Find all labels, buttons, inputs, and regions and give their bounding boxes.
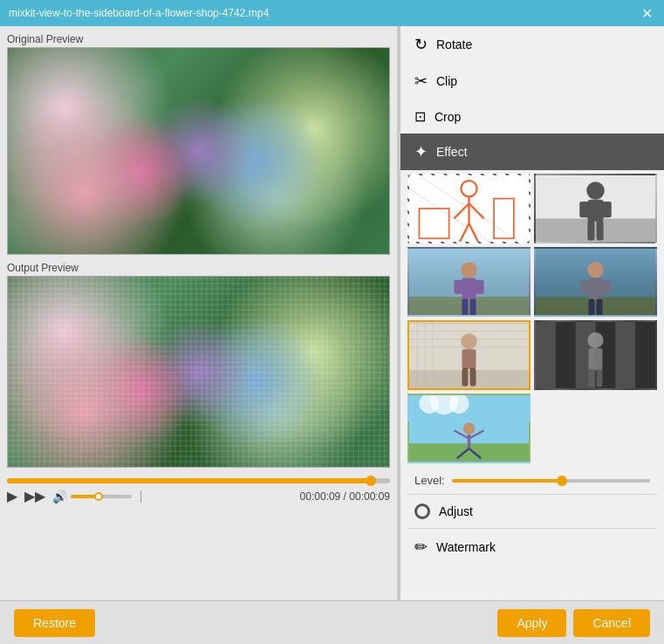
svg-rect-51 <box>536 322 556 388</box>
right-panel: ↻ Rotate ✂ Clip ⊡ Crop ✦ Effect <box>400 26 664 600</box>
original-preview-label: Original Preview <box>7 33 390 45</box>
watermark-icon: ✏ <box>414 538 428 557</box>
adjust-label: Adjust <box>439 504 473 518</box>
level-slider[interactable] <box>452 479 650 483</box>
progress-fill <box>7 478 371 483</box>
level-thumb <box>557 476 567 486</box>
svg-rect-55 <box>589 348 603 370</box>
close-button[interactable]: ✕ <box>638 4 655 22</box>
effect-grid <box>400 170 664 467</box>
svg-rect-48 <box>462 368 469 387</box>
time-total: 00:00:09 <box>349 490 390 503</box>
tool-adjust[interactable]: Adjust <box>400 495 664 528</box>
svg-rect-35 <box>589 298 595 315</box>
crop-label: Crop <box>435 110 461 124</box>
effect-normal1[interactable] <box>407 247 531 317</box>
svg-rect-38 <box>409 370 529 388</box>
main-content: Original Preview Output Preview <box>0 26 664 600</box>
level-label: Level: <box>414 474 445 487</box>
output-video-frame <box>8 277 389 467</box>
svg-rect-18 <box>597 221 604 241</box>
svg-rect-49 <box>470 368 476 387</box>
tool-effect[interactable]: ✦ Effect <box>400 134 664 170</box>
svg-rect-14 <box>587 200 603 222</box>
svg-rect-33 <box>580 280 589 294</box>
play-button[interactable]: ▶ <box>7 488 17 504</box>
svg-rect-25 <box>475 280 483 294</box>
bottom-bar: Restore Apply Cancel <box>0 600 664 644</box>
svg-rect-23 <box>462 277 476 299</box>
svg-point-63 <box>463 422 476 435</box>
svg-rect-16 <box>601 202 611 217</box>
effect-bw[interactable] <box>534 174 657 243</box>
svg-rect-17 <box>587 221 594 241</box>
svg-rect-56 <box>589 369 595 387</box>
volume-fill <box>71 495 95 498</box>
tool-rotate[interactable]: ↻ Rotate <box>400 26 664 63</box>
cancel-button[interactable]: Cancel <box>573 609 650 637</box>
original-video-frame <box>8 48 389 254</box>
svg-point-46 <box>461 333 476 349</box>
svg-rect-32 <box>589 277 603 299</box>
effect-sketch[interactable] <box>407 174 531 243</box>
restore-button[interactable]: Restore <box>14 609 95 637</box>
right-buttons: Apply Cancel <box>497 609 650 637</box>
svg-rect-12 <box>536 218 655 242</box>
watermark-label: Watermark <box>436 540 496 554</box>
original-preview-section: Original Preview <box>7 33 390 255</box>
progress-thumb <box>366 476 376 486</box>
effect-emboss[interactable] <box>407 320 531 390</box>
svg-rect-36 <box>597 298 603 315</box>
playback-controls: ▶ ▶▶ 🔊 00:00:09 / 00:00:09 <box>7 488 390 504</box>
rotate-label: Rotate <box>436 38 472 51</box>
svg-rect-24 <box>454 280 462 294</box>
svg-point-31 <box>587 262 603 277</box>
output-preview-label: Output Preview <box>7 262 390 274</box>
crop-icon: ⊡ <box>414 108 426 125</box>
tool-watermark[interactable]: ✏ Watermark <box>400 529 664 565</box>
clip-icon: ✂ <box>414 72 428 91</box>
effect-icon: ✦ <box>414 142 428 161</box>
rotate-icon: ↻ <box>414 35 428 54</box>
volume-area: 🔊 <box>52 490 132 504</box>
svg-rect-34 <box>601 280 610 294</box>
svg-rect-26 <box>462 298 469 315</box>
left-panel: Original Preview Output Preview <box>0 26 397 600</box>
controls-bar: ▶ ▶▶ 🔊 00:00:09 / 00:00:09 <box>7 475 390 508</box>
tool-clip[interactable]: ✂ Clip <box>400 63 664 99</box>
effect-stripe[interactable] <box>534 320 657 390</box>
svg-point-54 <box>587 332 603 348</box>
volume-slider[interactable] <box>71 495 132 498</box>
window-title: mixkit-view-to-the-sideboard-of-a-flower… <box>9 7 269 19</box>
svg-point-13 <box>586 182 605 200</box>
clip-label: Clip <box>436 74 457 88</box>
svg-point-22 <box>461 262 476 277</box>
tool-crop[interactable]: ⊡ Crop <box>400 99 664 134</box>
time-current: 00:00:09 <box>300 490 341 503</box>
svg-rect-47 <box>462 349 476 369</box>
svg-rect-15 <box>579 202 589 217</box>
skip-button[interactable]: ▶▶ <box>24 488 45 504</box>
svg-rect-57 <box>597 369 603 387</box>
effect-label: Effect <box>436 145 468 159</box>
main-window: mixkit-view-to-the-sideboard-of-a-flower… <box>0 0 664 644</box>
volume-icon: 🔊 <box>52 490 67 504</box>
original-preview-video <box>7 47 390 255</box>
time-display: 00:00:09 / 00:00:09 <box>300 490 390 503</box>
effect-normal2[interactable] <box>534 247 657 317</box>
adjust-icon <box>414 504 430 519</box>
divider-line <box>140 490 141 503</box>
effect-outdoor[interactable] <box>407 394 531 463</box>
level-row: Level: <box>400 467 664 494</box>
volume-thumb <box>94 492 103 501</box>
svg-rect-27 <box>470 298 476 315</box>
output-preview-video <box>7 276 390 468</box>
svg-rect-53 <box>615 322 635 388</box>
output-preview-section: Output Preview <box>7 262 390 468</box>
progress-bar[interactable] <box>7 478 390 483</box>
level-fill <box>452 479 561 483</box>
apply-button[interactable]: Apply <box>497 609 566 637</box>
title-bar: mixkit-view-to-the-sideboard-of-a-flower… <box>0 0 664 26</box>
